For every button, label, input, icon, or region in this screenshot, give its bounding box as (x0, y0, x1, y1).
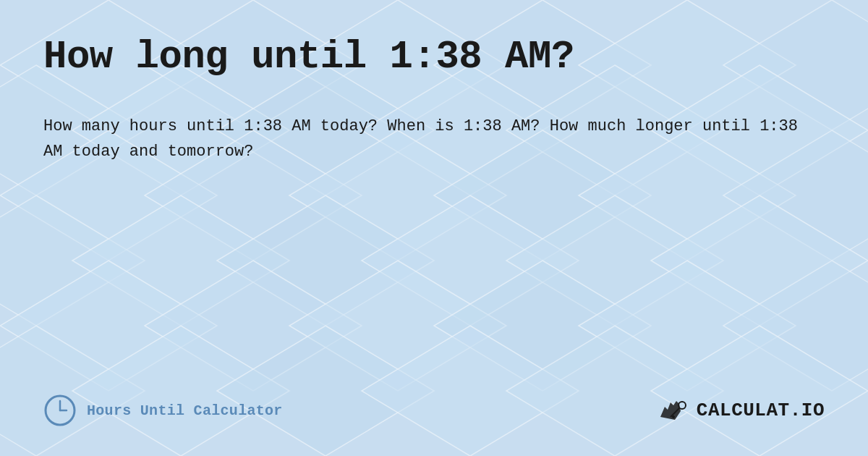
brand-right-label: CALCULAT.IO (697, 400, 825, 421)
svg-point-44 (678, 402, 686, 409)
brand-left-label: Hours Until Calculator (87, 402, 283, 419)
page-description: How many hours until 1:38 AM today? When… (43, 114, 803, 164)
page-title: How long until 1:38 AM? (43, 35, 825, 79)
brand-right-icon (655, 397, 689, 424)
clock-icon (43, 394, 77, 427)
brand-right: CALCULAT.IO (655, 397, 825, 424)
brand-left: Hours Until Calculator (43, 394, 283, 427)
